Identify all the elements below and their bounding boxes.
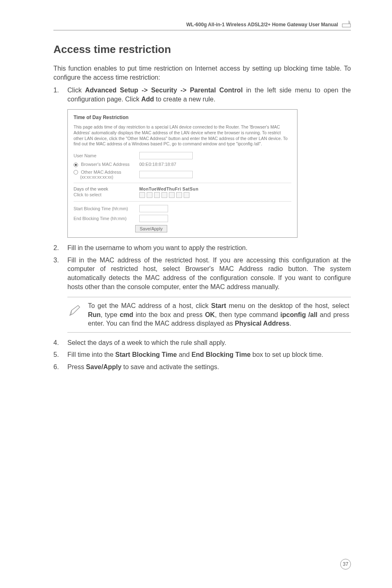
day-checkbox-sat[interactable] <box>176 192 182 198</box>
step-number: 3. <box>53 256 67 291</box>
start-blocking-input[interactable] <box>139 205 168 212</box>
username-label: User Name <box>74 153 139 158</box>
step-6: Press Save/Apply to save and activate th… <box>67 363 351 372</box>
step-number: 4. <box>53 338 67 347</box>
day-checkbox-fri[interactable] <box>169 192 175 198</box>
days-header: MonTueWedThuFri SatSun <box>139 186 198 191</box>
days-of-week-label: Days of the week <box>74 186 139 191</box>
day-checkbox-mon[interactable] <box>139 192 145 198</box>
page-number: 37 <box>340 559 351 570</box>
other-mac-radio[interactable]: Other MAC Address (xx:xx:xx:xx:xx:xx) <box>74 170 139 180</box>
panel-description: This page adds time of day restriction t… <box>74 124 291 147</box>
end-blocking-input[interactable] <box>139 215 168 222</box>
end-blocking-label: End Blocking Time (hh:mm) <box>74 216 139 221</box>
radio-icon <box>74 163 78 167</box>
pencil-icon <box>67 301 82 328</box>
section-intro: This function enables to put time restri… <box>53 64 351 82</box>
step-number: 2. <box>53 243 67 253</box>
step-4: Select the days of a week to which the r… <box>67 338 351 347</box>
step-1: Click Advanced Setup -> Security -> Pare… <box>67 86 351 103</box>
save-apply-button[interactable]: Save/Apply <box>135 225 167 232</box>
step-2: Fill in the username to whom you want to… <box>67 243 351 253</box>
section-title: Access time restriction <box>53 43 351 56</box>
radio-icon <box>74 170 78 175</box>
svg-rect-0 <box>342 24 350 27</box>
note-callout: To get the MAC address of a host, click … <box>67 297 351 333</box>
start-blocking-label: Start Blocking Time (hh:mm) <box>74 206 139 211</box>
day-checkbox-tue[interactable] <box>147 192 152 198</box>
header-title: WL-600g All-in-1 Wireless ADSL2/2+ Home … <box>186 22 338 28</box>
day-checkbox-wed[interactable] <box>154 192 160 198</box>
click-to-select-label: Click to select <box>74 192 139 198</box>
day-checkbox-thu[interactable] <box>161 192 167 198</box>
browsers-mac-radio[interactable]: Browser's MAC Address <box>74 162 139 167</box>
step-number: 5. <box>53 350 67 359</box>
note-text: To get the MAC address of a host, click … <box>88 301 349 328</box>
config-panel-screenshot: Time of Day Restriction This page adds t… <box>67 109 297 238</box>
step-5: Fill time into the Start Blocking Time a… <box>67 350 351 359</box>
username-input[interactable] <box>139 152 193 159</box>
day-checkbox-sun[interactable] <box>184 192 189 198</box>
browsers-mac-value: 00:E0:18:87:18:87 <box>139 162 176 167</box>
step-number: 1. <box>53 86 67 103</box>
other-mac-input[interactable] <box>139 171 193 178</box>
step-number: 6. <box>53 363 67 372</box>
step-3: Fill in the MAC address of the restricte… <box>67 256 351 291</box>
router-icon <box>342 21 351 29</box>
panel-title: Time of Day Restriction <box>74 115 291 120</box>
